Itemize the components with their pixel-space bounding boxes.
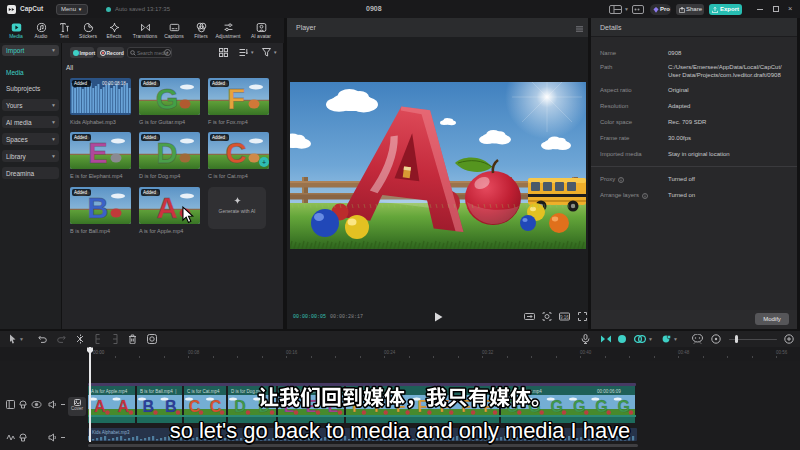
svg-text:F: F — [227, 83, 245, 115]
svg-text:9:16: 9:16 — [560, 315, 569, 320]
svg-text:A: A — [157, 192, 178, 224]
svg-text:B: B — [88, 192, 109, 224]
svg-text:G: G — [156, 83, 179, 115]
svg-text:D: D — [157, 137, 178, 169]
svg-text:C: C — [226, 137, 247, 169]
svg-text:E: E — [88, 137, 107, 169]
